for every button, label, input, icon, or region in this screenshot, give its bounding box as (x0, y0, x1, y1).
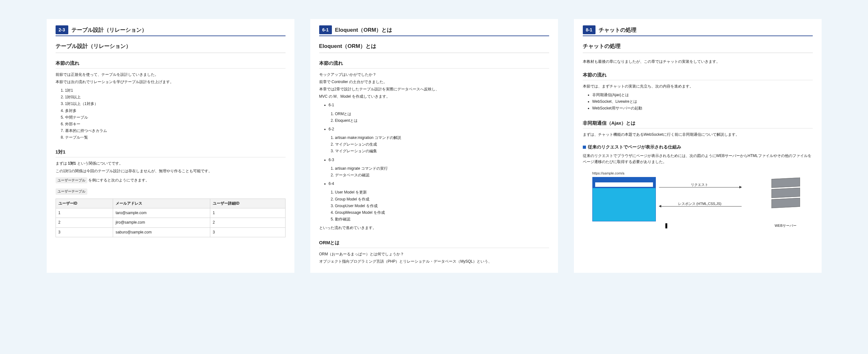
list-item: 動作確認 (335, 216, 549, 222)
server-icon (771, 178, 800, 213)
list-item: artisan make:migration コマンドの解説 (335, 135, 549, 141)
list-item: artisan migrate コマンドの実行 (335, 166, 549, 172)
list-item: データベースの確認 (335, 172, 549, 178)
flow-heading: 本節の流れ (56, 59, 285, 69)
flow-list: 非同期通信(Ajax)とは WebSocket、Livewireとは WebSo… (592, 92, 813, 112)
paragraph: まずは 1対1 という関係についてです。 (56, 161, 285, 167)
intro-line: MVC の M、Model を作成していきます。 (319, 94, 549, 100)
section-header: 8-1 チャットの処理 (583, 25, 813, 36)
intro-line: 前節では正規化を使って、テーブルを設計していきました。 (56, 72, 285, 78)
outline-group: 6-2 artisan make:migration コマンドの解説 マイグレー… (329, 126, 549, 154)
list-item: GroupUser Model を作成 (335, 203, 549, 209)
paragraph: まずは、チャット機能の本題であるWebSocketに行く前に非同期通信について解… (583, 132, 813, 138)
list-item: テーブル一覧 (65, 135, 285, 141)
sub-heading: 非同期通信（Ajax）とは (583, 119, 813, 129)
section-header: 2-3 テーブル設計（リレーション） (56, 25, 285, 36)
cards-container: 2-3 テーブル設計（リレーション） テーブル設計（リレーション） 本節の流れ … (21, 19, 847, 273)
list-item: GroupMessage Model を作成 (335, 210, 549, 216)
doc-card-8-1: 8-1 チャットの処理 チャットの処理 本教材も最後の章になりましたが、この章で… (574, 19, 822, 273)
list-item: 1対1以上（1対多） (65, 101, 285, 107)
list-item: WebSocket用サーバーの起動 (592, 105, 813, 111)
list-item: 非同期通信(Ajax)とは (592, 92, 813, 98)
list-item: 多対多 (65, 108, 285, 114)
table-row: 1 taro@sample.com 1 (56, 208, 285, 218)
intro-line: 本章では2章で設計したテーブル設計を実際にデータベースへ反映し、 (319, 86, 549, 92)
section-title: Eloquent（ORM）とは (335, 26, 392, 34)
request-label: リクエスト (691, 182, 708, 188)
section-header: 6-1 Eloquent（ORM）とは (319, 25, 549, 36)
list-item: Eloquentとは (335, 118, 549, 124)
outline-list: 6-1 ORMとは Eloquentとは 6-2 artisan make:mi… (329, 102, 549, 222)
table-row: 3 saburo@sample.com 3 (56, 227, 285, 237)
doc-card-6-1: 6-1 Eloquent（ORM）とは Eloquent（ORM）とは 本節の流… (310, 19, 558, 273)
list-item: 1対0以上 (65, 94, 285, 100)
intro-line: 本節では次の流れでリレーションを学びテーブル設計を仕上げます。 (56, 79, 285, 85)
diagram-url: https://sample.com/a (592, 171, 625, 176)
outline-group: 6-1 ORMとは Eloquentとは (329, 102, 549, 124)
list-item: User Model を更新 (335, 189, 549, 196)
square-icon (583, 146, 586, 149)
col-header: ユーザー詳細ID (210, 199, 285, 208)
list-item: マイグレーションの生成 (335, 141, 549, 147)
paragraph: 従来のリクエストでブラウザにページが表示されるためには、次の図のようにWEBサー… (583, 153, 813, 165)
outline-group: 6-4 User Model を更新 Group Model を作成 Group… (329, 181, 549, 222)
paragraph: オブジェクト指向プログラミング言語（PHP）とリレーショナル・データベース（My… (319, 258, 549, 264)
request-diagram: https://sample.com/a リクエスト レスポンス (HTML,C… (583, 171, 813, 228)
scrollbar-indicator (665, 223, 667, 228)
subtitle: テーブル設計（リレーション） (56, 42, 285, 52)
blue-sub-heading: 従来のリクエストでページが表示される仕組み (583, 143, 813, 150)
sub-heading: 1対1 (56, 148, 285, 157)
list-item: マイグレーションの編集 (335, 148, 549, 154)
intro-line: モックアップはいかがでしたか？ (319, 72, 549, 78)
section-title: チャットの処理 (599, 26, 637, 34)
section-title: テーブル設計（リレーション） (71, 26, 147, 34)
response-label: レスポンス (HTML,CSS,JS) (678, 201, 721, 207)
server-label: WEBサーバー (771, 223, 800, 229)
list-item: ORMとは (335, 111, 549, 117)
flow-list: 1対1 1対0以上 1対1以上（1対多） 多対多 中間テーブル 外部キー 基本的… (65, 87, 285, 141)
paragraph: この1対1の関係は今回のテーブル設計には存在しませんが、無理やり作ることも可能で… (56, 168, 285, 174)
subtitle: チャットの処理 (583, 42, 813, 52)
list-item: WebSocket、Livewireとは (592, 99, 813, 105)
outro: といった流れで進めていきます。 (319, 225, 549, 231)
list-item: 中間テーブル (65, 114, 285, 120)
table-row: 2 jiro@sample.com 2 (56, 218, 285, 227)
list-item: 基本的に持つべきカラム (65, 128, 285, 134)
section-badge: 8-1 (583, 25, 595, 34)
list-item: 外部キー (65, 121, 285, 127)
paragraph: ユーザーテーブル を例にすると次のようにできます。 (56, 175, 285, 185)
browser-icon (592, 177, 656, 221)
intro-line: 前章で Controller の土台ができました。 (319, 79, 549, 85)
section-badge: 2-3 (56, 25, 68, 34)
doc-card-2-3: 2-3 テーブル設計（リレーション） テーブル設計（リレーション） 本節の流れ … (47, 19, 294, 273)
table-caption-chip: ユーザーテーブル (56, 188, 87, 195)
user-table: ユーザーID メールアドレス ユーザー詳細ID 1 taro@sample.co… (56, 199, 285, 237)
intro-line: 本教材も最後の章になりましたが、この章ではチャットの実装をしていきます。 (583, 59, 813, 65)
paragraph: ORM（おーあーるまっぱー）とは何でしょうか？ (319, 251, 549, 257)
list-item: 1対1 (65, 87, 285, 94)
outline-group: 6-3 artisan migrate コマンドの実行 データベースの確認 (329, 157, 549, 179)
list-item: Group Model を作成 (335, 197, 549, 202)
flow-heading: 本節の流れ (583, 71, 813, 80)
col-header: メールアドレス (113, 199, 210, 208)
subtitle: Eloquent（ORM）とは (319, 42, 549, 52)
sub-heading: ORMとは (319, 239, 549, 248)
col-header: ユーザーID (56, 199, 113, 208)
section-badge: 6-1 (319, 25, 332, 34)
flow-heading: 本節の流れ (319, 59, 549, 69)
code-chip: ユーザーテーブル (56, 177, 87, 184)
flow-intro: 本節では、まずチャットの実装に先立ち、次の内容を進めます。 (583, 83, 813, 90)
